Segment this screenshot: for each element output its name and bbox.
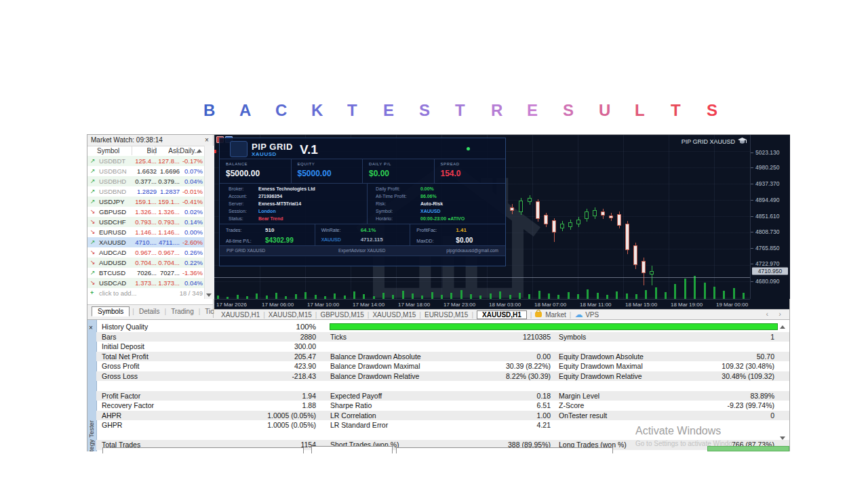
stat-label: Balance Drawdown Absolute bbox=[330, 352, 421, 362]
tester-row: Recovery Factor1.88Sharpe Ratio6.51Z-Sco… bbox=[96, 401, 789, 411]
stat-value: 4.21 bbox=[449, 420, 551, 430]
ea-trade-cell: ProfitFac:1.41MaxDD:$0.00 bbox=[410, 224, 505, 246]
market-watch-row[interactable]: ↗BTCUSD7026...7027...-1.36% bbox=[87, 268, 204, 278]
title-letter: S bbox=[707, 101, 717, 120]
market-watch-header[interactable]: SymbolBidAskDaily... bbox=[87, 146, 204, 157]
arrow-down-icon: ↘ bbox=[90, 217, 96, 227]
tab-symbols[interactable]: Symbols bbox=[92, 306, 130, 317]
tester-bottom-tab[interactable] bbox=[102, 447, 304, 453]
axis-tick bbox=[751, 216, 753, 217]
ea-trade-line: WinRate:64.1% bbox=[321, 227, 376, 233]
symbol-count: 18 / 349 bbox=[178, 288, 203, 298]
tab-details[interactable]: Details bbox=[137, 308, 162, 315]
volume-bar bbox=[626, 293, 628, 299]
close-icon[interactable]: × bbox=[203, 135, 211, 146]
volume-bar bbox=[382, 293, 384, 299]
market-watch-row[interactable]: ↘USDCAD1.373...1.373...0.04% bbox=[87, 278, 204, 288]
ea-trade-value: $4302.99 bbox=[265, 237, 294, 244]
ea-stat-cells: BALANCE$5000.00EQUITY$5000.00DAILY P/L$0… bbox=[220, 159, 505, 184]
bid-value: 125.4... bbox=[132, 156, 157, 166]
market-watch-row[interactable]: ↘AUDCAD0.967...0.967...0.26% bbox=[87, 247, 204, 258]
market-watch-row[interactable]: ↗USDBGN1.66321.66960.07% bbox=[87, 166, 204, 176]
stat-value: 30.39 (8.22%) bbox=[449, 361, 551, 371]
market-watch-row[interactable]: ↘USDCHF0.793...0.793...0.14% bbox=[87, 217, 204, 227]
ea-logo-icon bbox=[230, 141, 248, 157]
market-watch-row[interactable]: ↗USDJPY159.1...159.1...-0.41% bbox=[87, 197, 204, 207]
tab-trading[interactable]: Trading bbox=[169, 308, 196, 315]
chart-tab[interactable]: XAUUSD,H1 bbox=[221, 311, 260, 319]
arrow-down-icon: ↘ bbox=[90, 227, 96, 237]
arrow-down-icon: ↘ bbox=[90, 247, 96, 258]
ea-info-line: Account:271936354 bbox=[229, 192, 282, 200]
ask-value: 0.704... bbox=[155, 258, 180, 268]
time-axis[interactable]: 17 Mar 202617 Mar 06:0017 Mar 10:0017 Ma… bbox=[214, 299, 750, 310]
close-icon[interactable]: × bbox=[89, 324, 93, 331]
add-symbol-label[interactable]: click to add... bbox=[99, 288, 136, 298]
volume-bar bbox=[597, 293, 599, 299]
volume-bar bbox=[743, 293, 745, 299]
chart-plot[interactable]: PIP GRID XAUUSD PIP GRID XAUUSD bbox=[214, 135, 750, 299]
time-label: 17 Mar 18:00 bbox=[398, 302, 430, 308]
graduation-cap-icon bbox=[738, 138, 747, 145]
ea-info-line: All-Time Profit:86.06% bbox=[376, 192, 437, 200]
price-label: 4851.610 bbox=[755, 213, 779, 220]
market-watch-scrollbar[interactable] bbox=[204, 146, 214, 299]
ea-stat-label: EQUITY bbox=[298, 162, 315, 166]
column-header[interactable]: Bid bbox=[131, 146, 157, 156]
time-label: 17 Mar 23:00 bbox=[443, 302, 475, 308]
tab-separator: | bbox=[315, 311, 317, 319]
volume-bar bbox=[431, 292, 433, 299]
market-watch-row[interactable]: ↘GBPUSD1.326...1.326...0.02% bbox=[87, 207, 204, 217]
chart-tab[interactable]: XAUUSD,M15 bbox=[269, 311, 312, 319]
market-watch-row[interactable]: ↗USDBDT125.4...127.8...-0.17% bbox=[87, 156, 204, 166]
tab-scroll-arrows[interactable]: ‹ › bbox=[766, 310, 785, 318]
tab-market[interactable]: Market bbox=[535, 311, 566, 319]
bid-value: 1.6632 bbox=[132, 166, 157, 176]
title-letter: C bbox=[275, 101, 287, 120]
ea-info-value: 86.06% bbox=[420, 194, 437, 199]
ask-value: 159.1... bbox=[155, 197, 180, 207]
axis-tick bbox=[751, 200, 753, 201]
tester-row: Profit Factor1.94Expected Payoff0.18Marg… bbox=[96, 391, 789, 401]
sort-arrow-icon[interactable] bbox=[197, 149, 202, 152]
axis-tick bbox=[751, 167, 753, 168]
chart-tab[interactable]: XAUUSD,H1 bbox=[477, 310, 527, 319]
scroll-down-icon[interactable] bbox=[780, 436, 785, 440]
volume-bar bbox=[635, 294, 637, 299]
title-letter: A bbox=[239, 101, 251, 120]
ea-dashboard: PIP GRID XAUUSD V.1 BALANCE$5000.00EQUIT… bbox=[219, 138, 506, 266]
market-watch-row[interactable]: ↘AUDUSD0.704...0.704...0.22% bbox=[87, 258, 204, 268]
market-watch-row[interactable]: ↘EURUSD1.146...1.146...0.00% bbox=[87, 227, 204, 237]
tester-bottom-tab[interactable] bbox=[396, 447, 613, 453]
market-watch-row[interactable]: ↗USDBND1.28291.2837-0.01% bbox=[87, 186, 204, 197]
chart-tab[interactable]: GBPUSD,M15 bbox=[320, 311, 363, 319]
tester-bottom-tab[interactable] bbox=[311, 446, 393, 453]
chart-tab[interactable]: EURUSD,M15 bbox=[425, 311, 468, 319]
arrow-up-icon: ↗ bbox=[90, 237, 96, 247]
ea-trade-value: $0.00 bbox=[456, 237, 473, 244]
stat-value: 83.89% bbox=[673, 391, 774, 401]
ea-info-line: Status:Bear Trend bbox=[229, 215, 283, 222]
scroll-up-icon[interactable] bbox=[780, 325, 785, 329]
arrow-up-icon: ↗ bbox=[90, 176, 96, 186]
chart-tab[interactable]: XAUUSD,M15 bbox=[372, 311, 416, 319]
time-label: 18 Mar 07:00 bbox=[534, 302, 566, 308]
strategy-tester-strip[interactable]: × Strategy Tester bbox=[87, 320, 97, 451]
scroll-down-icon[interactable] bbox=[206, 293, 212, 297]
market-watch-row[interactable]: ↗USDBHD0.377...0.379...0.04% bbox=[87, 176, 204, 186]
ea-version: V.1 bbox=[300, 142, 318, 157]
add-symbol-row[interactable]: +click to add...18 / 349 bbox=[87, 288, 204, 298]
volume-bar bbox=[470, 294, 472, 299]
stat-value: 1.00 bbox=[449, 411, 551, 421]
symbol-name: AUDCAD bbox=[99, 247, 126, 258]
tab-vps[interactable]: ☁ VPS bbox=[574, 310, 599, 319]
arrow-up-icon: ↗ bbox=[90, 186, 96, 197]
ea-trade-value: 64.1% bbox=[361, 227, 376, 233]
plus-icon[interactable]: + bbox=[90, 288, 94, 298]
column-header[interactable]: Ask bbox=[154, 146, 180, 156]
market-watch-row[interactable]: ↗XAUUSD4710....4711....-2.60% bbox=[87, 237, 204, 247]
ea-info-label: Broker: bbox=[229, 185, 258, 192]
volume-bar bbox=[694, 276, 696, 299]
column-header[interactable]: Symbol bbox=[97, 146, 131, 156]
price-axis[interactable]: 5023.1304980.2504937.3704894.4904851.610… bbox=[750, 135, 790, 299]
